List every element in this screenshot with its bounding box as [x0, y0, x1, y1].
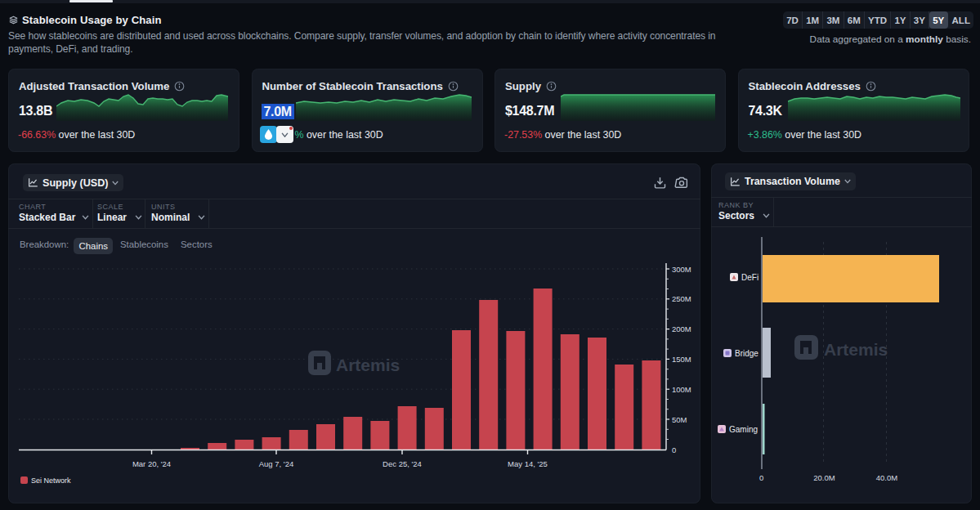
svg-text:Mar 20, '24: Mar 20, '24 — [132, 459, 171, 468]
svg-text:300M: 300M — [672, 265, 691, 274]
svg-text:150M: 150M — [672, 355, 691, 364]
svg-text:Artemis: Artemis — [336, 356, 400, 374]
svg-text:Artemis: Artemis — [824, 340, 888, 359]
svg-text:DeFi: DeFi — [741, 273, 758, 282]
svg-text:200M: 200M — [672, 324, 691, 333]
svg-text:May 14, '25: May 14, '25 — [508, 459, 548, 468]
svg-text:Gaming: Gaming — [729, 425, 758, 434]
svg-text:20.0M: 20.0M — [813, 473, 835, 482]
svg-text:50M: 50M — [672, 415, 687, 424]
svg-text:0: 0 — [759, 473, 763, 482]
svg-text:100M: 100M — [672, 385, 691, 394]
svg-text:40.0M: 40.0M — [876, 473, 897, 482]
svg-text:0: 0 — [672, 445, 676, 454]
svg-text:Dec 25, '24: Dec 25, '24 — [383, 459, 422, 468]
svg-text:250M: 250M — [672, 294, 691, 303]
svg-text:Aug 7, '24: Aug 7, '24 — [259, 459, 294, 468]
svg-text:Sei Network: Sei Network — [31, 476, 71, 485]
svg-text:Bridge: Bridge — [735, 349, 758, 358]
